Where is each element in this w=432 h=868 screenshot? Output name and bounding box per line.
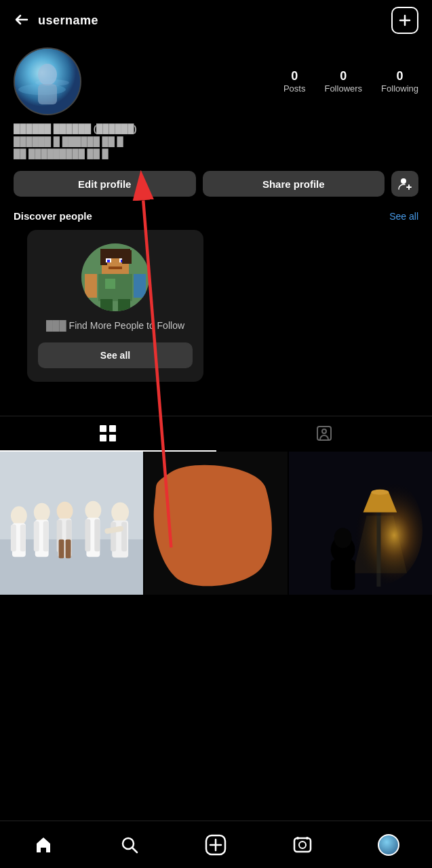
share-profile-button[interactable]: Share profile — [203, 171, 385, 197]
svg-rect-47 — [94, 519, 100, 551]
action-buttons-row: Edit profile Share profile — [0, 160, 432, 208]
svg-point-34 — [34, 503, 50, 522]
svg-rect-25 — [109, 435, 116, 441]
discover-title: Discover people — [14, 210, 92, 222]
svg-point-27 — [322, 429, 326, 433]
svg-rect-42 — [59, 539, 64, 558]
nav-title: username — [38, 14, 391, 28]
svg-rect-23 — [109, 425, 116, 432]
bio-text: ██████ █ ██████ ██ █ ██ █████████ ██ █ — [14, 136, 418, 160]
svg-rect-51 — [121, 521, 127, 551]
followers-label: Followers — [324, 83, 362, 94]
svg-point-30 — [11, 507, 27, 526]
bottom-nav — [0, 821, 432, 868]
nav-search-button[interactable] — [113, 828, 146, 862]
svg-rect-50 — [111, 521, 116, 551]
discover-card: ███ Find More People to Follow See all — [27, 230, 203, 382]
discover-header: Discover people See all — [0, 208, 432, 230]
photo-lamp[interactable] — [289, 452, 432, 595]
photos-grid — [0, 452, 432, 595]
svg-rect-24 — [100, 435, 106, 441]
svg-rect-9 — [100, 249, 107, 265]
svg-rect-46 — [85, 519, 90, 551]
svg-rect-61 — [331, 559, 355, 590]
following-count: 0 — [397, 69, 404, 83]
svg-point-58 — [371, 490, 389, 495]
followers-count: 0 — [340, 69, 347, 83]
top-nav: username — [0, 0, 432, 41]
svg-line-66 — [132, 848, 137, 852]
content-tabs — [0, 416, 432, 452]
svg-point-62 — [334, 528, 352, 548]
discover-see-all-button[interactable]: See all — [38, 342, 193, 368]
svg-rect-19 — [100, 299, 113, 311]
discover-see-all-link[interactable]: See all — [389, 211, 418, 222]
svg-rect-16 — [105, 279, 115, 289]
nav-avatar-icon — [378, 834, 399, 856]
svg-point-38 — [57, 502, 73, 521]
add-friend-button[interactable] — [391, 171, 418, 197]
following-stat[interactable]: 0 Following — [381, 69, 418, 94]
photo-item[interactable] — [0, 452, 143, 595]
posts-stat[interactable]: 0 Posts — [283, 69, 306, 94]
nav-reels-button[interactable] — [286, 828, 319, 862]
nav-home-button[interactable] — [26, 828, 60, 862]
nav-profile-button[interactable] — [372, 828, 406, 862]
bio-section: ██████ ██████ (██████) ██████ █ ██████ █… — [0, 115, 432, 160]
photo-orange-blob[interactable] — [144, 452, 288, 595]
svg-rect-20 — [118, 299, 130, 311]
svg-point-44 — [85, 501, 101, 520]
tab-grid[interactable] — [0, 416, 216, 452]
svg-rect-37 — [43, 521, 49, 551]
svg-rect-4 — [38, 84, 57, 104]
svg-point-3 — [38, 64, 57, 85]
svg-rect-18 — [134, 274, 146, 298]
followers-stat[interactable]: 0 Followers — [324, 69, 362, 94]
svg-rect-33 — [20, 524, 26, 551]
nav-add-button[interactable] — [199, 828, 233, 862]
svg-rect-43 — [66, 539, 71, 558]
add-content-button[interactable] — [391, 7, 418, 34]
svg-rect-17 — [85, 274, 97, 298]
following-label: Following — [381, 83, 418, 94]
svg-point-71 — [299, 842, 306, 848]
username-text: ██████ ██████ (██████) — [14, 123, 418, 134]
svg-rect-70 — [294, 838, 311, 852]
discover-avatar — [81, 243, 149, 311]
edit-profile-button[interactable]: Edit profile — [14, 171, 196, 197]
profile-section: 0 Posts 0 Followers 0 Following — [0, 41, 432, 115]
avatar[interactable] — [14, 47, 81, 115]
svg-rect-12 — [107, 260, 110, 262]
svg-rect-36 — [34, 521, 39, 551]
svg-rect-32 — [11, 524, 16, 551]
svg-point-72 — [296, 837, 299, 840]
stats-row: 0 Posts 0 Followers 0 Following — [102, 69, 418, 94]
posts-label: Posts — [283, 83, 306, 94]
svg-point-73 — [306, 837, 309, 840]
back-button[interactable] — [14, 12, 30, 30]
posts-count: 0 — [291, 69, 298, 83]
svg-point-5 — [401, 178, 406, 184]
svg-rect-21 — [122, 250, 132, 264]
discover-card-text: ███ Find More People to Follow — [46, 319, 184, 333]
svg-rect-22 — [100, 425, 106, 432]
svg-point-48 — [111, 502, 129, 523]
tab-tagged[interactable] — [216, 416, 433, 452]
svg-rect-14 — [109, 267, 122, 269]
